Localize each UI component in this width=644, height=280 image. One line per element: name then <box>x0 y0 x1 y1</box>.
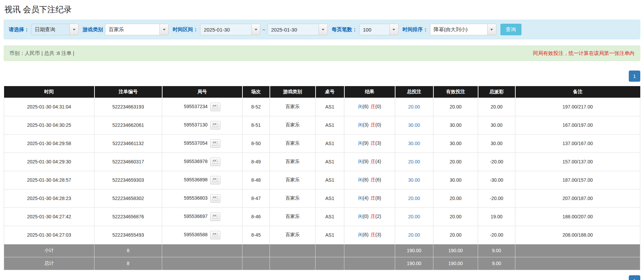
result-cell: 闲(9)庄(3) <box>344 134 395 153</box>
total-bet-link[interactable]: 30.00 <box>408 177 420 183</box>
roadmap-button[interactable] <box>210 213 220 221</box>
page-size-dropdown-button[interactable] <box>389 24 398 35</box>
result-banker-label: 庄 <box>371 122 375 127</box>
round-id: 595536978 <box>184 159 208 164</box>
result-player-score: (4) <box>363 195 368 201</box>
header-round-id: 局号 <box>162 86 242 98</box>
round-id: 595536898 <box>184 177 208 182</box>
sort-dropdown-button[interactable] <box>487 24 496 35</box>
result-player-label: 闲 <box>358 232 363 237</box>
date-to-input[interactable] <box>268 24 319 35</box>
result-player-label: 闲 <box>358 177 363 182</box>
chevron-down-icon <box>73 29 76 31</box>
time-cell: 2025-01-30 04:29:58 <box>4 134 94 153</box>
bet-id-cell: 522234662061 <box>94 116 162 134</box>
round-cell: 595536898 <box>162 171 242 189</box>
page-1-button-bottom[interactable]: 1 <box>629 275 640 280</box>
total-bet-link[interactable]: 20.00 <box>408 214 420 219</box>
roadmap-button[interactable] <box>210 194 220 203</box>
query-type-dropdown-button[interactable] <box>69 24 78 35</box>
valid-bet-cell: 30.00 <box>433 134 478 153</box>
round-cell: 595536588 <box>162 226 242 244</box>
round-id: 595537130 <box>184 122 208 127</box>
bet-id-cell: 522234660317 <box>94 153 162 171</box>
roadmap-button[interactable] <box>210 103 220 111</box>
total-bet-link[interactable]: 20.00 <box>408 196 420 201</box>
session-cell: 8-49 <box>242 153 270 171</box>
session-cell: 8-47 <box>242 189 270 207</box>
header-remark: 备注 <box>515 86 640 98</box>
table-no-cell: AS1 <box>316 171 344 189</box>
result-cell: 闲(6)庄(0) <box>344 98 395 116</box>
result-cell: 闲(9)庄(4) <box>344 153 395 171</box>
roadmap-button[interactable] <box>210 231 220 239</box>
game-type-combobox <box>105 24 169 35</box>
roadmap-button[interactable] <box>210 158 220 166</box>
result-banker-label: 庄 <box>371 214 375 219</box>
chevron-down-icon <box>490 29 493 31</box>
valid-bet-cell: 20.00 <box>433 98 478 116</box>
game-type-cell: 百家乐 <box>270 116 316 134</box>
table-row: 2025-01-30 04:31:04 522234663193 5955372… <box>4 98 640 116</box>
round-id: 595536588 <box>184 232 208 237</box>
total-bet-cell: 30.00 <box>395 116 433 134</box>
total-label: 总计 <box>4 257 94 270</box>
result-banker-score: (6) <box>375 177 381 182</box>
date-from-input[interactable] <box>200 24 251 35</box>
header-table-no: 桌号 <box>316 86 344 98</box>
roadmap-icon <box>213 141 218 145</box>
total-bet-link[interactable]: 20.00 <box>408 159 420 164</box>
game-type-input[interactable] <box>105 24 159 35</box>
header-time: 时间 <box>4 86 94 98</box>
table-no-cell: AS1 <box>316 189 344 207</box>
session-cell: 8-46 <box>242 207 270 226</box>
result-player-score: (3) <box>363 122 368 127</box>
chevron-down-icon <box>255 29 257 31</box>
search-button[interactable]: 查询 <box>500 24 521 35</box>
result-banker-label: 庄 <box>371 140 375 146</box>
date-range-label: 时间区间： <box>173 26 198 33</box>
sort-input[interactable] <box>430 24 487 35</box>
page-1-button[interactable]: 1 <box>629 71 640 82</box>
remark-cell: 167.00/197.00 <box>515 116 640 134</box>
total-bet-link[interactable]: 20.00 <box>408 104 420 109</box>
date-to-combobox <box>267 24 328 35</box>
total-bet-link[interactable]: 30.00 <box>408 141 420 146</box>
table-row: 2025-01-30 04:27:42 522234656876 5955366… <box>4 207 640 226</box>
total-bet-link[interactable]: 20.00 <box>408 232 420 238</box>
header-game-type: 游戏类别 <box>270 86 316 98</box>
table-no-cell: AS1 <box>316 226 344 244</box>
roadmap-button[interactable] <box>210 121 220 129</box>
date-from-dropdown-button[interactable] <box>251 24 260 35</box>
game-type-label: 游戏类别 <box>83 26 103 33</box>
page-size-input[interactable] <box>360 24 389 35</box>
bet-id-cell: 522234663193 <box>94 98 162 116</box>
total-valid-bet: 190.00 <box>433 257 478 270</box>
total-bet-link[interactable]: 30.00 <box>408 122 420 128</box>
result-player-score: (6) <box>363 232 368 237</box>
query-type-input[interactable] <box>31 24 69 35</box>
session-cell: 8-50 <box>242 134 270 153</box>
remark-cell: 187.00/157.00 <box>515 171 640 189</box>
payout-cell: 30.00 <box>478 134 515 153</box>
game-type-cell: 百家乐 <box>270 189 316 207</box>
time-cell: 2025-01-30 04:29:30 <box>4 153 94 171</box>
result-player-label: 闲 <box>358 214 363 219</box>
result-banker-score: (3) <box>375 232 381 237</box>
roadmap-button[interactable] <box>210 176 220 184</box>
result-banker-label: 庄 <box>371 104 375 109</box>
session-cell: 8-51 <box>242 116 270 134</box>
subtotal-count: 8 <box>94 244 162 257</box>
result-player-label: 闲 <box>358 122 363 127</box>
roadmap-button[interactable] <box>210 139 220 148</box>
date-to-dropdown-button[interactable] <box>319 24 327 35</box>
total-bet-cell: 20.00 <box>395 189 433 207</box>
valid-bet-cell: 20.00 <box>433 226 478 244</box>
result-player-score: (9) <box>363 140 368 146</box>
result-player-label: 闲 <box>358 104 363 109</box>
round-cell: 595537130 <box>162 116 242 134</box>
header-bet-id: 注单编号 <box>94 86 162 98</box>
total-bet-cell: 20.00 <box>395 226 433 244</box>
game-type-dropdown-button[interactable] <box>159 24 168 35</box>
bet-id-cell: 522234656876 <box>94 207 162 226</box>
